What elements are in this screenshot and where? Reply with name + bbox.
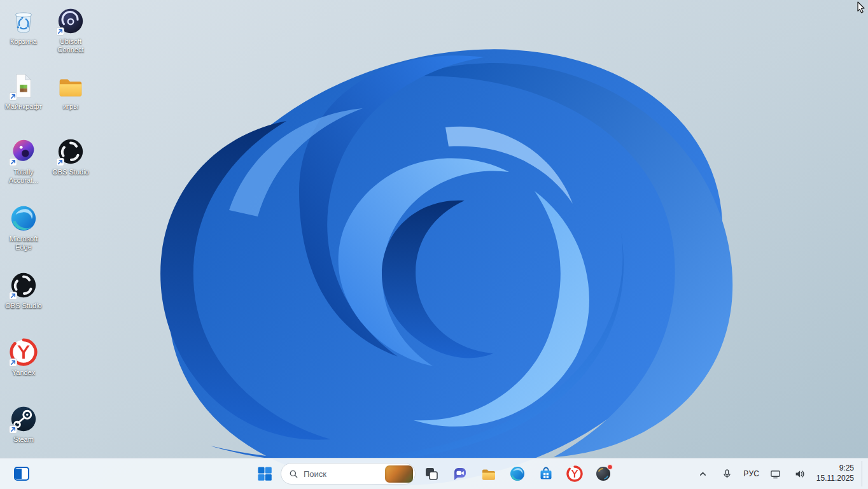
search-seasonal-art-icon [385,465,413,483]
tray-network-button[interactable] [764,461,787,486]
clock-time: 9:25 [839,464,854,474]
file-explorer-button[interactable] [476,461,501,486]
widgets-icon [13,465,30,482]
desktop-icon-label: Майнкрафт [5,103,43,111]
shortcut-arrow-icon [9,92,17,101]
microsoft-store-button[interactable] [533,461,559,486]
microsoft-store-icon [538,465,554,482]
desktop-icon-ubisoft-connect[interactable]: Ubisoft Connect [47,6,94,54]
totally-accurate-icon [9,137,38,166]
steam-icon [9,404,38,434]
yandex-browser-button[interactable] [562,461,587,486]
shortcut-arrow-icon [9,358,17,367]
tray-language-indicator[interactable]: РУС [740,461,763,486]
desktop-icon-obs-studio-1[interactable]: OBS Studio [0,271,47,310]
shortcut-arrow-icon [56,27,64,36]
windows-logo-icon [257,466,272,481]
desktop-icon-label: Yandex [12,369,36,377]
yandex-icon [9,337,38,367]
dark-app-button[interactable] [591,461,616,486]
desktop-icon-microsoft-edge[interactable]: Microsoft Edge [0,204,47,252]
notification-dot [607,464,613,470]
taskbar-search[interactable]: Поиск [281,463,416,485]
desktop-icon-label: Ubisoft Connect [48,38,94,54]
desktop-icon-games-folder[interactable]: игры [47,71,94,111]
chevron-up-icon [697,469,708,479]
microsoft-edge-icon [509,465,526,482]
tray-clock[interactable]: 9:25 15.11.2025 [813,461,860,486]
obs-studio-icon [9,271,38,300]
shortcut-arrow-icon [9,425,17,434]
microsoft-edge-icon [9,204,38,233]
desktop-icon-recycle-bin[interactable]: Корзина [0,6,47,46]
desktop-icon-label: Totally Accurat... [1,168,46,185]
desktop-icon-label: Steam [13,436,34,444]
desktop-icon-minecraft[interactable]: Майнкрафт [0,71,47,111]
desktop-icon-label: игры [63,103,78,111]
desktop-icon-label: Корзина [10,38,37,46]
network-display-icon [770,469,781,479]
clock-date: 15.11.2025 [816,474,854,484]
search-placeholder: Поиск [304,469,380,479]
task-view-button[interactable] [419,461,444,486]
widgets-button[interactable] [9,461,34,486]
shortcut-arrow-icon [56,158,64,166]
desktop-icon-steam[interactable]: Steam [0,404,47,444]
desktop-icon-label: OBS Studio [5,302,41,310]
tray-microphone-button[interactable] [716,461,739,486]
start-button[interactable] [252,461,277,486]
yandex-browser-icon [566,465,583,482]
chat-button[interactable] [447,461,473,486]
folder-icon [56,71,85,101]
desktop-icon-obs-studio-2[interactable]: OBS Studio [47,137,94,176]
taskbar: Поиск [0,458,868,489]
shortcut-arrow-icon [9,292,17,300]
ubisoft-connect-icon [56,6,85,36]
shortcut-arrow-icon [9,158,17,166]
speaker-icon [794,469,805,479]
language-label: РУС [743,469,759,478]
edge-browser-button[interactable] [505,461,530,486]
show-desktop-button[interactable] [862,461,865,486]
file-explorer-icon [480,465,497,482]
desktop-icon-totally-accurate[interactable]: Totally Accurat... [0,137,47,185]
obs-studio-icon [56,137,85,166]
chat-icon [452,465,468,482]
tray-hidden-icons-button[interactable] [692,461,715,486]
task-view-icon [423,465,440,482]
desktop-icon-label: OBS Studio [52,168,88,176]
desktop-icon-yandex[interactable]: Yandex [0,337,47,377]
desktop-surface[interactable]: Корзина Ubisoft Connect [0,0,868,458]
minecraft-file-icon [9,71,38,101]
recycle-bin-icon [9,6,38,36]
microphone-icon [722,469,732,479]
tray-volume-button[interactable] [788,461,811,486]
desktop-icon-label: Microsoft Edge [1,235,46,252]
search-icon [289,469,298,479]
